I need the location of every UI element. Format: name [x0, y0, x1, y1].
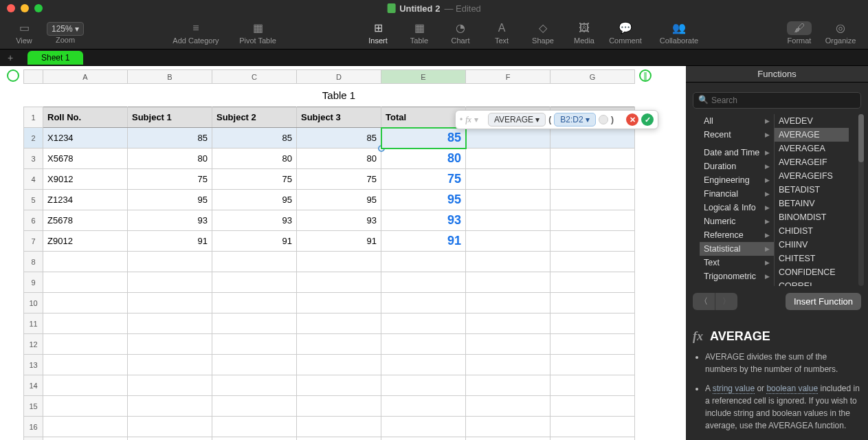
col-header-C[interactable]: C [212, 70, 297, 84]
cell-B4[interactable]: 75 [128, 169, 212, 190]
add-sheet-button[interactable]: + [0, 52, 21, 63]
formula-cancel-button[interactable]: ✕ [626, 113, 638, 126]
cell[interactable] [466, 314, 550, 334]
function-item[interactable]: AVEDEV [775, 114, 849, 128]
table-title[interactable]: Table 1 [43, 84, 635, 107]
cell-E6[interactable]: 93 [381, 210, 466, 231]
cell[interactable] [381, 417, 466, 437]
scrollbar-thumb[interactable] [858, 114, 864, 162]
cell[interactable] [43, 293, 128, 314]
function-item[interactable]: BINOMDIST [775, 210, 849, 224]
table-button[interactable]: ▦ Table [399, 16, 440, 49]
row-header-6[interactable]: 6 [24, 210, 43, 231]
cell-C5[interactable]: 95 [212, 190, 297, 210]
cell[interactable] [381, 396, 466, 417]
function-item[interactable]: CORREL [775, 279, 849, 286]
cell[interactable] [466, 437, 550, 441]
row-header-14[interactable]: 14 [24, 375, 43, 396]
cell[interactable] [466, 396, 550, 417]
cell[interactable] [43, 314, 128, 334]
cell-A7[interactable]: Z9012 [43, 231, 128, 252]
category-item[interactable]: All▶ [700, 114, 774, 128]
cell[interactable] [297, 396, 381, 417]
col-header-G[interactable]: G [550, 70, 635, 84]
cell-F7[interactable] [466, 231, 550, 252]
cell[interactable] [43, 272, 128, 293]
function-item[interactable]: AVERAGEA [775, 142, 849, 155]
function-item[interactable]: BETADIST [775, 183, 849, 197]
category-item[interactable]: Financial▶ [700, 187, 774, 201]
cell-B5[interactable]: 95 [128, 190, 212, 210]
cell[interactable] [212, 437, 297, 441]
cell[interactable] [43, 334, 128, 355]
cell-D7[interactable]: 91 [297, 231, 381, 252]
insert-function-button[interactable]: Insert Function [786, 293, 861, 310]
cell-G3[interactable] [550, 148, 635, 169]
format-button[interactable]: 🖌 Format [779, 16, 820, 49]
cell-E4[interactable]: 75 [381, 169, 466, 190]
category-item[interactable]: Engineering▶ [700, 173, 774, 187]
category-item[interactable]: Recent▶ [700, 128, 774, 142]
collaborate-button[interactable]: 👥 Collaborate [648, 16, 710, 49]
add-column-handle[interactable]: ‖ [639, 69, 652, 82]
cell[interactable] [297, 375, 381, 396]
col-header-F[interactable]: F [466, 70, 550, 84]
cell-A5[interactable]: Z1234 [43, 190, 128, 210]
cell[interactable] [466, 272, 550, 293]
cell[interactable] [128, 334, 212, 355]
row-header-17[interactable]: 17 [24, 437, 43, 441]
cell-A2[interactable]: X1234 [43, 128, 128, 148]
row-header-8[interactable]: 8 [24, 252, 43, 272]
minimize-window-button[interactable] [21, 4, 29, 12]
organize-button[interactable]: ◎ Organize [820, 16, 861, 49]
function-item-selected[interactable]: AVERAGE [775, 128, 849, 142]
cell[interactable] [212, 334, 297, 355]
cell[interactable] [466, 417, 550, 437]
cell-A4[interactable]: X9012 [43, 169, 128, 190]
category-item[interactable]: Trigonometric▶ [700, 270, 774, 283]
col-header-B[interactable]: B [128, 70, 212, 84]
row-header-11[interactable]: 11 [24, 314, 43, 334]
cell-F2[interactable] [466, 128, 550, 148]
cell[interactable] [381, 314, 466, 334]
cell[interactable] [466, 334, 550, 355]
category-item-selected[interactable]: Statistical▶ [700, 242, 774, 256]
col-header-A[interactable]: A [43, 70, 128, 84]
cell-F3[interactable] [466, 148, 550, 169]
cell[interactable] [297, 355, 381, 375]
cell[interactable] [43, 252, 128, 272]
text-button[interactable]: A Text [481, 16, 522, 49]
row-header-7[interactable]: 7 [24, 231, 43, 252]
cell[interactable] [128, 252, 212, 272]
header-subject2[interactable]: Subject 2 [212, 107, 297, 128]
function-item[interactable]: BETAINV [775, 197, 849, 210]
row-origin-handle[interactable] [7, 69, 19, 82]
cell[interactable] [297, 272, 381, 293]
cell-F6[interactable] [466, 210, 550, 231]
cell[interactable] [128, 355, 212, 375]
cell[interactable] [297, 334, 381, 355]
cell[interactable] [212, 375, 297, 396]
cell[interactable] [550, 417, 635, 437]
cell[interactable] [128, 293, 212, 314]
comment-button[interactable]: 💬 Comment [605, 16, 646, 49]
cell[interactable] [212, 314, 297, 334]
cell[interactable] [550, 396, 635, 417]
function-item[interactable]: AVERAGEIF [775, 155, 849, 169]
cell[interactable] [43, 417, 128, 437]
row-header-9[interactable]: 9 [24, 272, 43, 293]
row-header-16[interactable]: 16 [24, 417, 43, 437]
cell-B6[interactable]: 93 [128, 210, 212, 231]
cell-D2[interactable]: 85 [297, 128, 381, 148]
cell[interactable] [550, 355, 635, 375]
formula-range-pill[interactable]: B2:D2 ▾ [554, 113, 596, 126]
cell-C6[interactable]: 93 [212, 210, 297, 231]
cell[interactable] [43, 396, 128, 417]
cell-E5[interactable]: 95 [381, 190, 466, 210]
cell-E7[interactable]: 91 [381, 231, 466, 252]
cell[interactable] [43, 375, 128, 396]
cell[interactable] [297, 293, 381, 314]
cell-D3[interactable]: 80 [297, 148, 381, 169]
function-search-input[interactable] [693, 92, 861, 109]
fullscreen-window-button[interactable] [34, 4, 43, 12]
